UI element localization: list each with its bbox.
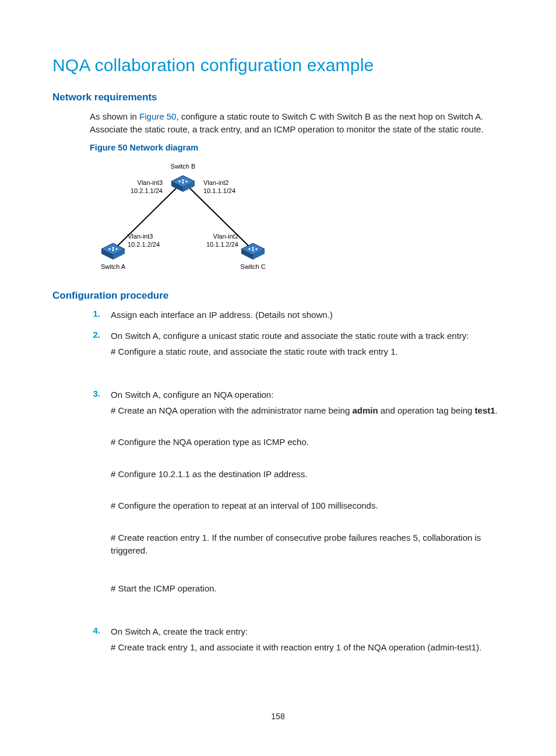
step-text: # Create reaction entry 1. If the number… — [111, 531, 504, 558]
step-text: On Switch A, configure an NQA operation: — [111, 388, 504, 402]
label-switch-a: Switch A — [101, 263, 126, 270]
network-diagram: Switch B Vlan-int3 10.2.1.1/24 Vlan-int2… — [90, 157, 504, 276]
list-item: 2. On Switch A, configure a unicast stat… — [90, 330, 504, 383]
intro-pre: As shown in — [90, 111, 139, 121]
step-text: # Configure the NQA operation type as IC… — [111, 436, 504, 449]
page-title: NQA collaboration configuration example — [52, 55, 504, 75]
step-text: Assign each interface an IP address. (De… — [111, 309, 504, 322]
switch-a-icon — [101, 243, 125, 260]
figure-caption: Figure 50 Network diagram — [90, 143, 504, 152]
label-b-left-ip: 10.2.1.1/24 — [131, 187, 163, 194]
step-text: # Start the ICMP operation. — [111, 582, 504, 596]
step-number: 2. — [90, 330, 100, 383]
label-a-ip: 10.2.1.2/24 — [128, 241, 160, 248]
list-item: 4. On Switch A, create the track entry: … — [90, 625, 504, 656]
section-heading-netreq: Network requirements — [52, 92, 504, 103]
step-text: # Create track entry 1, and associate it… — [111, 641, 504, 654]
section-heading-config: Configuration procedure — [52, 290, 504, 302]
step-number: 4. — [90, 625, 100, 656]
label-switch-b: Switch B — [171, 163, 196, 170]
label-switch-c: Switch C — [240, 263, 265, 270]
label-b-left-if: Vlan-int3 — [138, 179, 163, 186]
step-text: # Configure a static route, and associat… — [111, 345, 504, 359]
step-text: # Configure the operation to repeat at a… — [111, 499, 504, 513]
step-text: On Switch A, create the track entry: — [111, 625, 504, 639]
config-steps: 1. Assign each interface an IP address. … — [90, 309, 504, 657]
step-number: 1. — [90, 309, 100, 324]
switch-c-icon — [241, 243, 265, 260]
step-text: # Configure 10.2.1.1 as the destination … — [111, 468, 504, 481]
list-item: 3. On Switch A, configure an NQA operati… — [90, 388, 504, 620]
figure-link[interactable]: Figure 50 — [139, 111, 176, 121]
page-number: 158 — [0, 712, 556, 721]
label-b-right-if: Vlan-int2 — [203, 179, 228, 186]
label-c-if: Vlan-int2 — [213, 233, 238, 240]
label-b-right-ip: 10.1.1.1/24 — [203, 187, 235, 194]
step-text: # Create an NQA operation with the admin… — [111, 404, 504, 418]
netreq-intro: As shown in Figure 50, configure a stati… — [90, 110, 504, 136]
label-a-if: Vlan-int3 — [128, 233, 153, 240]
label-c-ip: 10.1.1.2/24 — [206, 241, 238, 248]
list-item: 1. Assign each interface an IP address. … — [90, 309, 504, 324]
step-text: On Switch A, configure a unicast static … — [111, 330, 504, 343]
step-number: 3. — [90, 388, 100, 620]
